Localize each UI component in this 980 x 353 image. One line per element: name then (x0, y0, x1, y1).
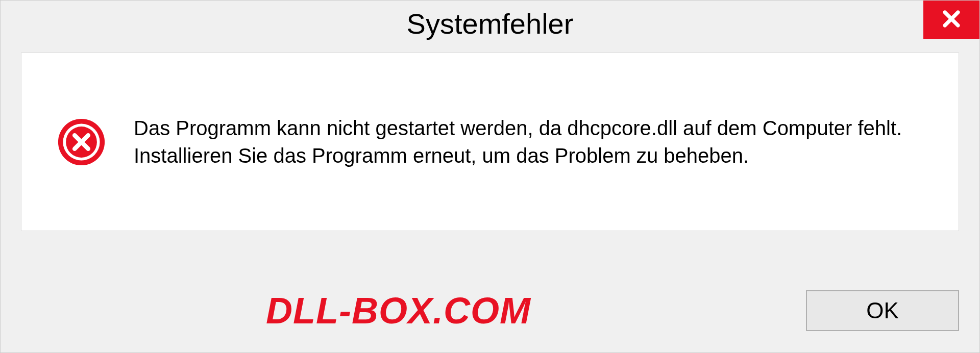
dialog-footer: DLL-BOX.COM OK (1, 279, 979, 352)
content-area: Das Programm kann nicht gestartet werden… (21, 53, 959, 231)
error-dialog: Systemfehler Das Programm kann nicht ges… (0, 0, 980, 353)
close-button[interactable] (923, 1, 979, 39)
ok-button-label: OK (866, 298, 899, 323)
error-message: Das Programm kann nicht gestartet werden… (134, 114, 923, 169)
titlebar: Systemfehler (1, 1, 979, 46)
dialog-title: Systemfehler (407, 7, 574, 40)
close-icon (940, 8, 963, 32)
ok-button[interactable]: OK (806, 290, 959, 331)
watermark-text: DLL-BOX.COM (266, 290, 531, 332)
error-icon (57, 118, 106, 166)
